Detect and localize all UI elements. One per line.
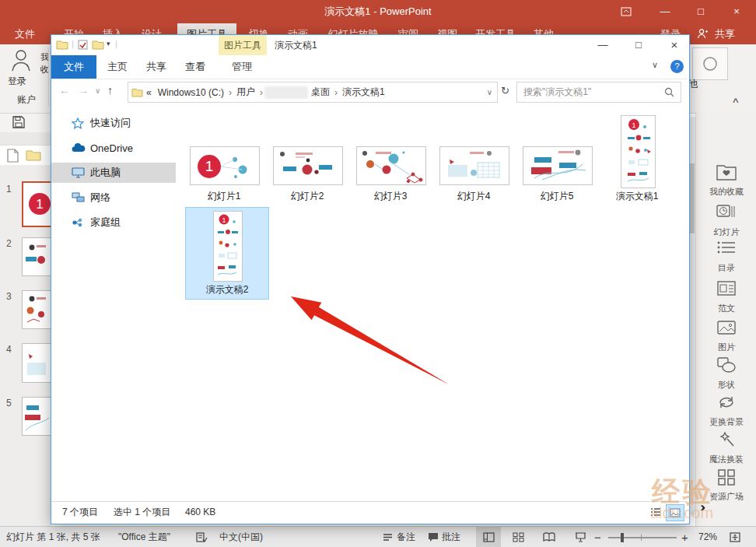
ppt-share-button[interactable]: 共享	[709, 23, 740, 44]
panel-item-slides[interactable]: 幻灯片	[696, 204, 756, 238]
fit-slide-to-window-icon[interactable]	[730, 532, 740, 542]
qat-new-folder-icon[interactable]	[92, 40, 104, 50]
panel-item-templates[interactable]: 范文	[696, 280, 756, 314]
notes-icon	[383, 533, 393, 542]
file-thumbnail-slide4[interactable]	[439, 146, 509, 185]
panel-item-change-background[interactable]: 更换背景	[696, 394, 756, 428]
refresh-arrows-icon	[716, 394, 737, 411]
panel-item-magic-dress[interactable]: 魔法换装	[696, 431, 756, 465]
comments-button[interactable]: 批注	[442, 527, 460, 547]
new-document-icon[interactable]	[7, 149, 19, 163]
spellcheck-icon[interactable]	[196, 532, 208, 542]
scrollbar-thumb[interactable]	[690, 163, 695, 233]
zoom-slider-track[interactable]	[608, 537, 677, 538]
network-icon	[72, 192, 86, 203]
qat-customize-caret-icon[interactable]: ▾	[107, 40, 110, 47]
file-name[interactable]: 幻灯片3	[356, 190, 425, 203]
breadcrumb-segment[interactable]: 桌面	[311, 86, 330, 99]
slide-sorter-view-button[interactable]	[506, 527, 530, 547]
ribbon-display-options-icon[interactable]	[621, 6, 632, 17]
slide-thumbnail-4[interactable]	[22, 343, 52, 383]
sidebar-item-quick-access[interactable]: 快速访问	[51, 113, 176, 133]
zoom-slider-handle[interactable]	[621, 533, 624, 542]
svg-text:1: 1	[632, 121, 635, 129]
open-folder-icon[interactable]	[26, 149, 41, 162]
file-name[interactable]: 幻灯片2	[273, 190, 341, 203]
sidebar-item-homegroup[interactable]: 家庭组	[51, 212, 176, 233]
svg-text:1: 1	[36, 197, 43, 212]
explorer-tab-file[interactable]: 文件	[51, 55, 96, 79]
breadcrumb-segment[interactable]: Windows10 (C:)	[158, 87, 224, 98]
slideshow-view-button[interactable]	[568, 527, 593, 547]
language-indicator[interactable]: 中文(中国)	[219, 527, 263, 547]
explorer-tab-home[interactable]: 主页	[100, 55, 135, 79]
slide-thumbnail-2[interactable]	[22, 237, 52, 276]
ribbon-gallery-button[interactable]	[692, 47, 728, 80]
picture-tools-badge[interactable]: 图片工具	[219, 35, 267, 55]
zoom-out-button[interactable]: −	[594, 527, 601, 547]
sidebar-item-onedrive[interactable]: OneDrive	[51, 138, 176, 158]
help-icon[interactable]: ?	[670, 60, 684, 73]
explorer-tab-view[interactable]: 查看	[177, 55, 213, 79]
sidebar-item-this-pc[interactable]: 此电脑	[51, 163, 176, 183]
forward-icon[interactable]: →	[78, 84, 89, 96]
notes-button[interactable]: 备注	[397, 527, 415, 547]
slide-number: 1	[6, 184, 12, 195]
file-thumbnail-slide3[interactable]	[356, 146, 426, 185]
file-name[interactable]: 幻灯片4	[439, 190, 508, 203]
ribbon-favorites-fragment[interactable]: 我收	[40, 51, 51, 89]
up-icon[interactable]: ↑	[107, 84, 113, 96]
theme-name[interactable]: "Office 主题"	[118, 527, 170, 547]
explorer-tab-share[interactable]: 共享	[138, 55, 174, 79]
save-icon[interactable]	[12, 116, 25, 128]
breadcrumb-prefix[interactable]: «	[146, 87, 152, 98]
back-icon[interactable]: ←	[59, 84, 70, 96]
file-name[interactable]: 幻灯片1	[190, 190, 258, 203]
selected-file-presentation2[interactable]: 1 演示文稿2	[185, 207, 269, 300]
explorer-minimize-button[interactable]: —	[586, 35, 619, 55]
panel-item-shapes[interactable]: 形状	[696, 356, 756, 391]
breadcrumb-segment[interactable]: 演示文稿1	[342, 86, 385, 99]
chevron-right-icon[interactable]: ›	[260, 87, 263, 98]
file-thumbnail-slide2[interactable]	[273, 146, 343, 185]
explorer-close-button[interactable]: ×	[658, 35, 691, 55]
expand-ribbon-icon[interactable]: ∨	[652, 60, 658, 70]
recent-locations-icon[interactable]: ∨	[95, 86, 100, 95]
ppt-minimize-button[interactable]: —	[652, 0, 678, 23]
ppt-maximize-button[interactable]: □	[688, 0, 714, 23]
zoom-level[interactable]: 72%	[698, 527, 717, 547]
chevron-right-icon[interactable]: ›	[229, 87, 232, 98]
panel-item-toc[interactable]: 目录	[696, 240, 756, 274]
file-thumbnail-presentation1[interactable]: 1	[621, 115, 656, 188]
address-bar[interactable]: « Windows10 (C:) › 用户 › 桌面 › 演示文稿1 ∨	[128, 82, 498, 103]
ppt-vertical-scrollbar[interactable]	[689, 117, 695, 515]
chevron-right-icon[interactable]: ›	[334, 87, 338, 98]
sidebar-item-network[interactable]: 网络	[51, 188, 176, 208]
panel-item-pictures[interactable]: 图片	[696, 319, 756, 353]
ppt-close-button[interactable]: ×	[723, 0, 750, 23]
reading-view-button[interactable]	[537, 527, 562, 547]
ribbon-separator	[48, 47, 49, 107]
slide-thumbnail-5[interactable]	[22, 397, 52, 436]
explorer-tab-manage[interactable]: 管理	[218, 55, 266, 79]
slide-thumbnail-3[interactable]	[22, 290, 52, 329]
panel-item-favorites[interactable]: 我的收藏	[696, 163, 756, 198]
search-box[interactable]: 搜索"演示文稿1"	[516, 82, 681, 103]
file-thumbnail-slide1[interactable]: 1	[190, 146, 260, 185]
breadcrumb-segment[interactable]: 用户	[236, 86, 255, 99]
normal-view-button[interactable]	[476, 527, 501, 547]
explorer-maximize-button[interactable]: □	[622, 35, 655, 55]
search-icon[interactable]	[664, 87, 674, 97]
file-name[interactable]: 幻灯片5	[523, 190, 591, 203]
slide-thumbnail-1[interactable]: 1	[22, 181, 54, 227]
zoom-in-button[interactable]: +	[681, 527, 688, 547]
qat-folder-icon[interactable]	[56, 40, 68, 50]
address-dropdown-icon[interactable]: ∨	[487, 88, 492, 96]
collapse-ribbon-icon[interactable]: ^	[733, 96, 739, 107]
ribbon-signin-label[interactable]: 登录	[8, 75, 26, 88]
file-name[interactable]: 演示文稿1	[598, 190, 676, 203]
qat-properties-icon[interactable]	[78, 40, 88, 50]
file-thumbnail-slide5[interactable]	[523, 146, 593, 185]
ppt-tab-file[interactable]: 文件	[6, 23, 44, 44]
refresh-icon[interactable]: ↻	[501, 85, 509, 96]
